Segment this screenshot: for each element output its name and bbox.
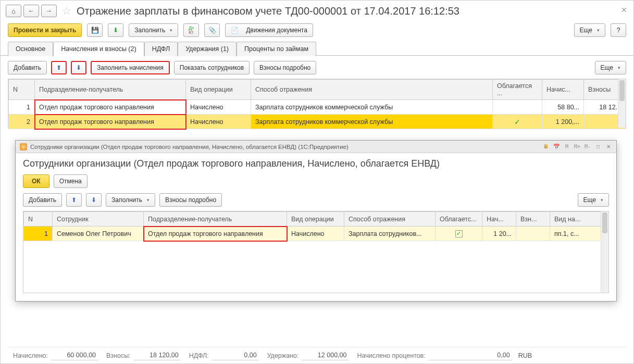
col-n[interactable]: N xyxy=(24,212,53,227)
save-icon: 💾 xyxy=(91,27,99,34)
m-button[interactable]: M xyxy=(562,143,571,151)
app-icon xyxy=(20,143,27,150)
clip-icon: 📎 xyxy=(208,27,216,34)
more-button[interactable]: Еще xyxy=(574,23,605,37)
col-dep[interactable]: Подразделение-получатель xyxy=(144,212,287,227)
dialog-header-text: Сотрудники организации (Отдел продаж тор… xyxy=(30,144,349,150)
vscrollbar[interactable] xyxy=(601,211,608,293)
doc-icon: 📄 xyxy=(231,27,239,34)
col-emp[interactable]: Сотрудник xyxy=(53,212,144,227)
col-fee[interactable]: Взн... xyxy=(516,212,550,227)
calc-icon[interactable]: 🖩 xyxy=(541,143,551,151)
post-and-close-button[interactable]: Провести и закрыть xyxy=(8,23,82,37)
dialog-title: Сотрудники организации (Отдел продаж тор… xyxy=(23,158,609,169)
show-employees-button[interactable]: Показать сотрудников xyxy=(174,61,250,74)
home-button[interactable]: ⌂ xyxy=(6,5,21,17)
accruals-table[interactable]: N Подразделение-получатель Вид операции … xyxy=(8,79,626,129)
col-op[interactable]: Вид операции xyxy=(287,212,344,227)
table-header-row: N Сотрудник Подразделение-получатель Вид… xyxy=(24,212,608,227)
table-row[interactable]: 1 Отдел продаж торгового направления Нач… xyxy=(9,100,626,115)
dlg-fill-button[interactable]: Заполнить xyxy=(106,193,155,207)
tabs: Основное Начисления и взносы (2) НДФЛ Уд… xyxy=(1,41,633,56)
col-tax[interactable]: Облагается ... xyxy=(493,80,542,100)
back-button[interactable]: ← xyxy=(23,5,39,17)
arrow-left-icon: ← xyxy=(28,7,34,15)
m-minus-button[interactable]: M- xyxy=(583,143,592,151)
table-header-row: N Подразделение-получатель Вид операции … xyxy=(9,80,626,100)
col-dep[interactable]: Подразделение-получатель xyxy=(35,80,186,100)
val-fees: 18 120,00 xyxy=(134,350,181,360)
add-button[interactable]: Добавить xyxy=(8,61,47,74)
dlg-up-button[interactable]: ⬆ xyxy=(66,193,82,207)
table-row[interactable]: 2 Отдел продаж торгового направления Нач… xyxy=(9,115,626,129)
tab-deductions[interactable]: Удержания (1) xyxy=(178,42,237,56)
dlg-add-button[interactable]: Добавить xyxy=(23,193,62,207)
maximize-button[interactable]: □ xyxy=(593,143,603,151)
cancel-button[interactable]: Отмена xyxy=(54,174,88,188)
dlg-fees-button[interactable]: Взносы подробно xyxy=(159,193,222,207)
help-button[interactable]: ? xyxy=(611,23,626,37)
panel-toolbar: Добавить ⬆ ⬇ Заполнить начисления Показа… xyxy=(8,61,626,79)
lbl-ndfl: НДФЛ: xyxy=(189,352,209,359)
dt-kt-button[interactable]: ДтКт xyxy=(183,23,199,37)
col-acc[interactable]: Нач... xyxy=(482,212,516,227)
table-row[interactable]: 1 Семенов Олег Петрович Отдел продаж тор… xyxy=(24,227,608,241)
tab-ndfl[interactable]: НДФЛ xyxy=(144,42,178,56)
dlg-down-button[interactable]: ⬇ xyxy=(86,193,102,207)
col-tax[interactable]: Облагаетс... xyxy=(436,212,482,227)
fill-button[interactable]: Заполнить▾ xyxy=(129,23,178,37)
arrow-up-icon: ⬆ xyxy=(56,64,61,71)
val-held: 12 000,00 xyxy=(302,350,349,360)
col-acc[interactable]: Начис... xyxy=(542,80,584,100)
fill-accruals-button[interactable]: Заполнить начисления xyxy=(91,61,170,74)
post-icon: ⬇ xyxy=(113,27,118,34)
footer-totals: Начислено: 60 000,00 Взносы: 18 120,00 Н… xyxy=(8,347,626,360)
tab-loan-interest[interactable]: Проценты по займам xyxy=(237,42,316,56)
move-up-button[interactable]: ⬆ xyxy=(51,61,67,74)
dialog-close-button[interactable]: ✕ xyxy=(604,143,613,151)
close-button[interactable]: ✕ xyxy=(621,6,627,14)
vscrollbar[interactable] xyxy=(618,79,626,128)
chevron-down-icon: ▾ xyxy=(170,28,172,33)
val-accrued: 60 000,00 xyxy=(51,350,98,360)
lbl-interest: Начислено процентов: xyxy=(357,352,425,359)
lbl-held: Удержано: xyxy=(267,352,299,359)
currency-label: RUB xyxy=(518,352,532,359)
employees-table[interactable]: N Сотрудник Подразделение-получатель Вид… xyxy=(23,211,608,241)
col-vid[interactable]: Вид на... xyxy=(550,212,608,227)
arrow-right-icon: → xyxy=(46,7,52,15)
arrow-down-icon: ⬇ xyxy=(76,64,81,71)
dtkt-icon: ДтКт xyxy=(189,26,194,34)
calendar-icon[interactable]: 📅 xyxy=(552,143,561,151)
move-down-button[interactable]: ⬇ xyxy=(71,61,86,74)
tab-accruals[interactable]: Начисления и взносы (2) xyxy=(53,42,144,56)
arrow-down-icon: ⬇ xyxy=(91,196,96,204)
m-plus-button[interactable]: M+ xyxy=(573,143,582,151)
col-op[interactable]: Вид операции xyxy=(186,80,251,100)
val-interest: 0,00 xyxy=(429,350,512,360)
tab-main[interactable]: Основное xyxy=(8,42,53,56)
employees-dialog: Сотрудники организации (Отдел продаж тор… xyxy=(15,140,617,302)
titlebar: ⌂ ← → ☆ Отражение зарплаты в финансовом … xyxy=(1,1,633,21)
save-button[interactable]: 💾 xyxy=(87,23,103,37)
panel-more-button[interactable]: Еще xyxy=(595,61,626,74)
dialog-header[interactable]: Сотрудники организации (Отдел продаж тор… xyxy=(16,141,616,153)
val-ndfl: 0,00 xyxy=(212,350,259,360)
star-icon[interactable]: ☆ xyxy=(62,5,71,17)
command-bar: Провести и закрыть 💾 ⬇ Заполнить▾ ДтКт 📎… xyxy=(1,21,633,41)
ok-button[interactable]: ОК xyxy=(23,174,49,188)
col-way[interactable]: Способ отражения xyxy=(251,80,493,100)
col-way[interactable]: Способ отражения xyxy=(344,212,436,227)
main-window: ⌂ ← → ☆ Отражение зарплаты в финансовом … xyxy=(0,0,634,364)
attachment-button[interactable]: 📎 xyxy=(204,23,220,37)
forward-button[interactable]: → xyxy=(41,5,57,17)
dlg-more-button[interactable]: Еще xyxy=(578,193,609,207)
tab-panel: Добавить ⬆ ⬇ Заполнить начисления Показа… xyxy=(1,56,633,133)
lbl-accrued: Начислено: xyxy=(13,352,48,359)
movements-button[interactable]: 📄Движения документа xyxy=(225,23,313,37)
col-n[interactable]: N xyxy=(9,80,35,100)
lbl-fees: Взносы: xyxy=(106,352,131,359)
post-button[interactable]: ⬇ xyxy=(108,23,123,37)
checkbox-icon[interactable]: ✓ xyxy=(455,230,463,237)
fees-detail-button[interactable]: Взносы подробно xyxy=(254,61,316,74)
